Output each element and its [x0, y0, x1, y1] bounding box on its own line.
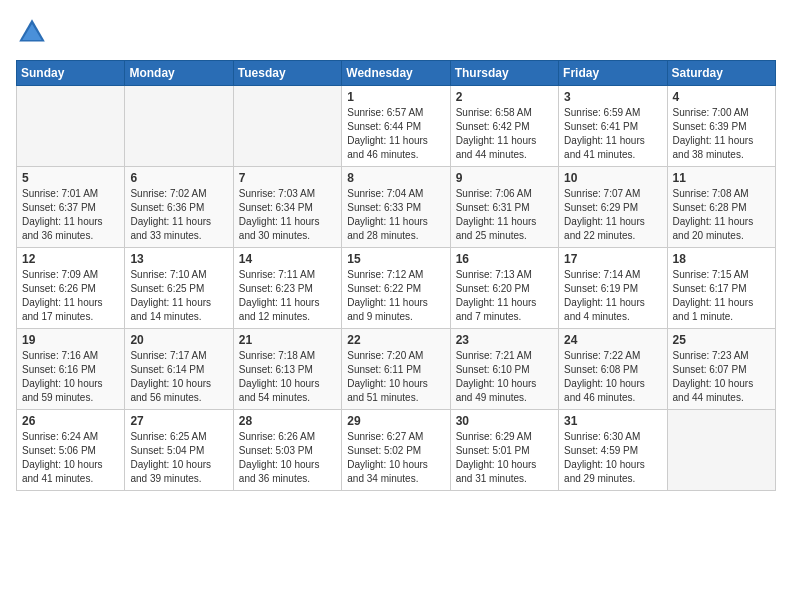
- day-number: 19: [22, 333, 119, 347]
- day-number: 14: [239, 252, 336, 266]
- calendar-cell: 11Sunrise: 7:08 AM Sunset: 6:28 PM Dayli…: [667, 167, 775, 248]
- day-info: Sunrise: 7:07 AM Sunset: 6:29 PM Dayligh…: [564, 187, 661, 243]
- calendar-cell: 4Sunrise: 7:00 AM Sunset: 6:39 PM Daylig…: [667, 86, 775, 167]
- calendar-cell: 9Sunrise: 7:06 AM Sunset: 6:31 PM Daylig…: [450, 167, 558, 248]
- calendar-header-row: SundayMondayTuesdayWednesdayThursdayFrid…: [17, 61, 776, 86]
- day-number: 4: [673, 90, 770, 104]
- calendar-cell: 17Sunrise: 7:14 AM Sunset: 6:19 PM Dayli…: [559, 248, 667, 329]
- day-header-wednesday: Wednesday: [342, 61, 450, 86]
- day-number: 20: [130, 333, 227, 347]
- day-number: 9: [456, 171, 553, 185]
- day-header-friday: Friday: [559, 61, 667, 86]
- day-info: Sunrise: 7:16 AM Sunset: 6:16 PM Dayligh…: [22, 349, 119, 405]
- day-info: Sunrise: 7:08 AM Sunset: 6:28 PM Dayligh…: [673, 187, 770, 243]
- calendar-cell: 3Sunrise: 6:59 AM Sunset: 6:41 PM Daylig…: [559, 86, 667, 167]
- calendar-cell: 25Sunrise: 7:23 AM Sunset: 6:07 PM Dayli…: [667, 329, 775, 410]
- day-number: 23: [456, 333, 553, 347]
- calendar-week-2: 5Sunrise: 7:01 AM Sunset: 6:37 PM Daylig…: [17, 167, 776, 248]
- calendar-cell: 18Sunrise: 7:15 AM Sunset: 6:17 PM Dayli…: [667, 248, 775, 329]
- calendar-cell: 15Sunrise: 7:12 AM Sunset: 6:22 PM Dayli…: [342, 248, 450, 329]
- calendar-table: SundayMondayTuesdayWednesdayThursdayFrid…: [16, 60, 776, 491]
- calendar-cell: 26Sunrise: 6:24 AM Sunset: 5:06 PM Dayli…: [17, 410, 125, 491]
- calendar-cell: 14Sunrise: 7:11 AM Sunset: 6:23 PM Dayli…: [233, 248, 341, 329]
- calendar-cell: 27Sunrise: 6:25 AM Sunset: 5:04 PM Dayli…: [125, 410, 233, 491]
- day-number: 30: [456, 414, 553, 428]
- day-info: Sunrise: 7:03 AM Sunset: 6:34 PM Dayligh…: [239, 187, 336, 243]
- calendar-cell: 20Sunrise: 7:17 AM Sunset: 6:14 PM Dayli…: [125, 329, 233, 410]
- day-info: Sunrise: 7:23 AM Sunset: 6:07 PM Dayligh…: [673, 349, 770, 405]
- day-number: 29: [347, 414, 444, 428]
- day-info: Sunrise: 7:10 AM Sunset: 6:25 PM Dayligh…: [130, 268, 227, 324]
- calendar-cell: 2Sunrise: 6:58 AM Sunset: 6:42 PM Daylig…: [450, 86, 558, 167]
- day-info: Sunrise: 6:58 AM Sunset: 6:42 PM Dayligh…: [456, 106, 553, 162]
- calendar-cell: [17, 86, 125, 167]
- day-info: Sunrise: 6:26 AM Sunset: 5:03 PM Dayligh…: [239, 430, 336, 486]
- day-info: Sunrise: 7:00 AM Sunset: 6:39 PM Dayligh…: [673, 106, 770, 162]
- day-number: 26: [22, 414, 119, 428]
- day-info: Sunrise: 7:06 AM Sunset: 6:31 PM Dayligh…: [456, 187, 553, 243]
- day-number: 22: [347, 333, 444, 347]
- day-number: 28: [239, 414, 336, 428]
- day-number: 18: [673, 252, 770, 266]
- calendar-cell: 12Sunrise: 7:09 AM Sunset: 6:26 PM Dayli…: [17, 248, 125, 329]
- day-number: 1: [347, 90, 444, 104]
- day-number: 11: [673, 171, 770, 185]
- day-header-tuesday: Tuesday: [233, 61, 341, 86]
- day-header-monday: Monday: [125, 61, 233, 86]
- day-number: 15: [347, 252, 444, 266]
- calendar-cell: 8Sunrise: 7:04 AM Sunset: 6:33 PM Daylig…: [342, 167, 450, 248]
- day-header-sunday: Sunday: [17, 61, 125, 86]
- day-info: Sunrise: 7:01 AM Sunset: 6:37 PM Dayligh…: [22, 187, 119, 243]
- day-info: Sunrise: 6:25 AM Sunset: 5:04 PM Dayligh…: [130, 430, 227, 486]
- calendar-cell: 6Sunrise: 7:02 AM Sunset: 6:36 PM Daylig…: [125, 167, 233, 248]
- day-number: 7: [239, 171, 336, 185]
- day-info: Sunrise: 7:20 AM Sunset: 6:11 PM Dayligh…: [347, 349, 444, 405]
- day-info: Sunrise: 6:30 AM Sunset: 4:59 PM Dayligh…: [564, 430, 661, 486]
- calendar-week-3: 12Sunrise: 7:09 AM Sunset: 6:26 PM Dayli…: [17, 248, 776, 329]
- calendar-cell: 28Sunrise: 6:26 AM Sunset: 5:03 PM Dayli…: [233, 410, 341, 491]
- day-number: 12: [22, 252, 119, 266]
- calendar-cell: [667, 410, 775, 491]
- day-number: 3: [564, 90, 661, 104]
- day-header-thursday: Thursday: [450, 61, 558, 86]
- day-info: Sunrise: 7:15 AM Sunset: 6:17 PM Dayligh…: [673, 268, 770, 324]
- day-info: Sunrise: 7:12 AM Sunset: 6:22 PM Dayligh…: [347, 268, 444, 324]
- calendar-week-5: 26Sunrise: 6:24 AM Sunset: 5:06 PM Dayli…: [17, 410, 776, 491]
- day-info: Sunrise: 7:17 AM Sunset: 6:14 PM Dayligh…: [130, 349, 227, 405]
- calendar-cell: 30Sunrise: 6:29 AM Sunset: 5:01 PM Dayli…: [450, 410, 558, 491]
- calendar-cell: 22Sunrise: 7:20 AM Sunset: 6:11 PM Dayli…: [342, 329, 450, 410]
- logo: [16, 16, 52, 48]
- logo-icon: [16, 16, 48, 48]
- day-info: Sunrise: 7:11 AM Sunset: 6:23 PM Dayligh…: [239, 268, 336, 324]
- day-header-saturday: Saturday: [667, 61, 775, 86]
- calendar-cell: 21Sunrise: 7:18 AM Sunset: 6:13 PM Dayli…: [233, 329, 341, 410]
- day-number: 25: [673, 333, 770, 347]
- calendar-cell: 7Sunrise: 7:03 AM Sunset: 6:34 PM Daylig…: [233, 167, 341, 248]
- day-info: Sunrise: 7:02 AM Sunset: 6:36 PM Dayligh…: [130, 187, 227, 243]
- day-info: Sunrise: 7:13 AM Sunset: 6:20 PM Dayligh…: [456, 268, 553, 324]
- day-number: 27: [130, 414, 227, 428]
- calendar-cell: 29Sunrise: 6:27 AM Sunset: 5:02 PM Dayli…: [342, 410, 450, 491]
- day-number: 17: [564, 252, 661, 266]
- day-number: 24: [564, 333, 661, 347]
- day-info: Sunrise: 7:09 AM Sunset: 6:26 PM Dayligh…: [22, 268, 119, 324]
- day-number: 13: [130, 252, 227, 266]
- calendar-cell: 24Sunrise: 7:22 AM Sunset: 6:08 PM Dayli…: [559, 329, 667, 410]
- day-number: 6: [130, 171, 227, 185]
- day-number: 2: [456, 90, 553, 104]
- calendar-cell: 1Sunrise: 6:57 AM Sunset: 6:44 PM Daylig…: [342, 86, 450, 167]
- calendar-cell: 31Sunrise: 6:30 AM Sunset: 4:59 PM Dayli…: [559, 410, 667, 491]
- day-number: 10: [564, 171, 661, 185]
- calendar-cell: 5Sunrise: 7:01 AM Sunset: 6:37 PM Daylig…: [17, 167, 125, 248]
- calendar-cell: [233, 86, 341, 167]
- calendar-week-1: 1Sunrise: 6:57 AM Sunset: 6:44 PM Daylig…: [17, 86, 776, 167]
- day-info: Sunrise: 6:59 AM Sunset: 6:41 PM Dayligh…: [564, 106, 661, 162]
- day-info: Sunrise: 6:57 AM Sunset: 6:44 PM Dayligh…: [347, 106, 444, 162]
- day-info: Sunrise: 7:22 AM Sunset: 6:08 PM Dayligh…: [564, 349, 661, 405]
- day-info: Sunrise: 6:29 AM Sunset: 5:01 PM Dayligh…: [456, 430, 553, 486]
- day-number: 31: [564, 414, 661, 428]
- calendar-cell: 23Sunrise: 7:21 AM Sunset: 6:10 PM Dayli…: [450, 329, 558, 410]
- calendar-cell: [125, 86, 233, 167]
- day-number: 21: [239, 333, 336, 347]
- day-info: Sunrise: 7:14 AM Sunset: 6:19 PM Dayligh…: [564, 268, 661, 324]
